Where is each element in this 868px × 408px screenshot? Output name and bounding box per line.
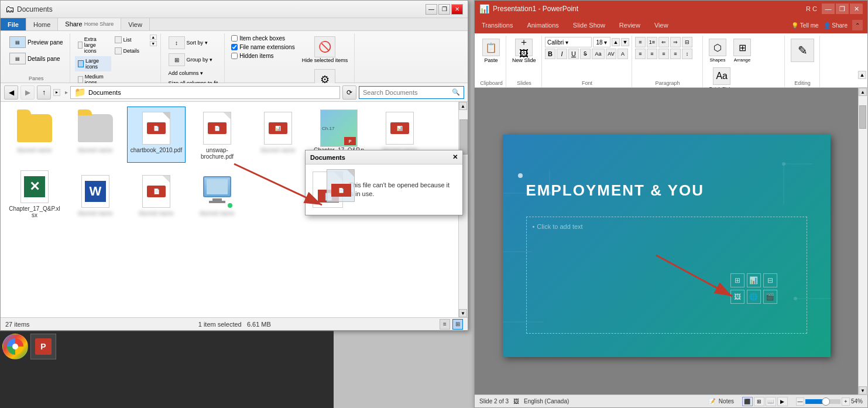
zoom-out-btn[interactable]: — [796, 397, 804, 406]
scrollbar-thumb[interactable] [459, 119, 468, 155]
italic-button[interactable]: I [557, 49, 567, 59]
ppt-tab-transitions[interactable]: Transitions [475, 17, 520, 33]
ppt-tab-view[interactable]: View [647, 17, 675, 33]
slide-title[interactable]: EMPLOYMENT & YOU [526, 181, 705, 200]
ppt-scroll-up[interactable]: ▲ [859, 88, 867, 96]
file-item-computer[interactable]: blurred name [188, 170, 246, 221]
file-item-chartbook[interactable]: 📄 chartbook_2010.pdf [127, 107, 186, 163]
line-spacing-button[interactable]: ↕ [682, 49, 692, 59]
recent-button[interactable]: ▸ [53, 89, 63, 96]
shapes-button[interactable]: ⬡ Shapes [706, 37, 729, 64]
large-view-btn[interactable]: ⊞ [452, 319, 463, 330]
layout-scroll-down[interactable]: ▼ [150, 41, 157, 46]
decrease-indent-button[interactable]: ⇐ [658, 37, 669, 47]
details-pane-button[interactable]: ▤ Details pane [6, 51, 66, 66]
slide-content-box[interactable]: • Click to add text ⊞ 📊 ⊟ 🖼 🌐 🎬 [526, 217, 807, 334]
item-check-boxes-input[interactable] [231, 35, 238, 42]
align-left-button[interactable]: ≡ [635, 49, 646, 59]
reading-view-btn[interactable]: 📖 [766, 397, 776, 406]
search-bar[interactable]: 🔍 [359, 86, 464, 99]
search-input[interactable] [363, 89, 450, 96]
collapse-ribbon-btn[interactable]: ⌃ [852, 20, 863, 30]
editing-menu-button[interactable]: ✎ [788, 37, 817, 65]
taskbar-pptx[interactable]: P [30, 334, 56, 359]
justify-button[interactable]: ≡ [670, 49, 681, 59]
file-item-docx[interactable]: W blurred name [66, 170, 125, 221]
arrange-button[interactable]: ⊞ Arrange [730, 37, 754, 64]
zoom-in-btn[interactable]: + [842, 397, 850, 406]
underline-button[interactable]: U [568, 49, 579, 59]
new-slide-button[interactable]: ＋🖼 New Slide [509, 37, 539, 65]
online-pic-icon-btn[interactable]: 🌐 [747, 290, 761, 304]
hidden-items-input[interactable] [231, 53, 238, 59]
strikethrough-button[interactable]: S̶ [580, 49, 591, 59]
ppt-tab-animations[interactable]: Animations [520, 17, 565, 33]
hidden-items-check[interactable]: Hidden items [229, 52, 297, 60]
paste-button[interactable]: 📋 Paste [479, 37, 503, 65]
scroll-down-btn[interactable]: ▼ [459, 309, 467, 317]
picture-icon-btn[interactable]: 🖼 [730, 290, 745, 304]
preview-pane-button[interactable]: ▤ Preview pane [6, 35, 66, 50]
up-button[interactable]: ↑ [37, 85, 51, 100]
zoom-handle[interactable] [822, 397, 830, 406]
file-item-folder2[interactable]: blurred name [66, 107, 125, 163]
ppt-tab-review[interactable]: Review [612, 17, 647, 33]
list-button[interactable]: List [112, 35, 148, 45]
ppt-slide[interactable]: EMPLOYMENT & YOU • Click to add text ⊞ 📊… [503, 135, 831, 357]
font-color-button[interactable]: A [617, 49, 628, 59]
tell-me-button[interactable]: 💡 Tell me [791, 22, 819, 29]
ppt-minimize-btn[interactable]: — [822, 4, 835, 14]
error-close-btn[interactable]: ✕ [452, 153, 458, 161]
hide-selected-button[interactable]: 🚫 Hide selected items [299, 35, 351, 65]
item-check-boxes-check[interactable]: Item check boxes [229, 35, 297, 42]
ppt-tab-slideshow[interactable]: Slide Show [566, 17, 612, 33]
ppt-scroll-down[interactable]: ▼ [859, 386, 867, 395]
group-by-button[interactable]: ⊞ Group by ▾ [166, 52, 216, 68]
slideshow-btn[interactable]: ▶ [777, 397, 788, 406]
smartart-icon-btn[interactable]: ⊟ [763, 273, 777, 287]
increase-indent-button[interactable]: ⇒ [670, 37, 681, 47]
minimize-button[interactable]: — [426, 4, 437, 15]
extra-large-icons-button[interactable]: Extra large icons [75, 35, 111, 56]
ppt-close-btn[interactable]: ✕ [850, 4, 863, 14]
bullets-button[interactable]: ≡ [635, 37, 646, 47]
forward-button[interactable]: ▶ [20, 85, 35, 100]
layout-scroll-up[interactable]: ▲ [150, 35, 157, 40]
font-size-down-btn[interactable]: ▼ [621, 38, 629, 46]
char-spacing-button[interactable]: AV [606, 49, 616, 59]
notes-label[interactable]: Notes [719, 398, 734, 404]
tab-file[interactable]: File [1, 18, 26, 30]
tab-view[interactable]: View [121, 18, 150, 30]
text-shadow-button[interactable]: Aa [592, 49, 605, 59]
chart-icon-btn[interactable]: 📊 [747, 273, 761, 287]
slide-sorter-btn[interactable]: ⊞ [754, 397, 764, 406]
ppt-scrollbar-thumb[interactable] [859, 105, 866, 129]
tab-share[interactable]: Share Home Share [58, 18, 121, 30]
tab-home[interactable]: Home [26, 18, 58, 30]
align-right-button[interactable]: ≡ [658, 49, 669, 59]
font-family-dropdown[interactable]: Calibri ▾ [545, 37, 592, 47]
align-center-button[interactable]: ≡ [647, 49, 657, 59]
ppt-restore-btn[interactable]: ❒ [836, 4, 849, 14]
file-item-unswap[interactable]: 📄 unswap-brochure.pdf [188, 107, 246, 163]
refresh-button[interactable]: ⟳ [342, 85, 356, 100]
ppt-vertical-scrollbar[interactable]: ▲ ▼ [858, 88, 867, 395]
file-name-extensions-input[interactable] [231, 44, 238, 50]
file-name-extensions-check[interactable]: File name extensions [229, 43, 297, 51]
file-item-pptx-red[interactable]: 📄 blurred name [127, 170, 186, 221]
columns-button[interactable]: ⊟ [682, 37, 692, 47]
bold-button[interactable]: B [545, 49, 555, 59]
close-button[interactable]: ✕ [451, 4, 463, 15]
video-icon-btn[interactable]: 🎬 [763, 290, 777, 304]
sort-by-button[interactable]: ↕ Sort by ▾ [166, 35, 211, 51]
normal-view-btn[interactable]: ⬛ [742, 397, 753, 406]
taskbar-chrome[interactable] [2, 334, 28, 359]
details-view-btn[interactable]: ≡ [440, 319, 450, 330]
file-item-chapter17-xlsx[interactable]: ✕ Chapter_17_Q&P.xlsx [5, 165, 64, 221]
file-item-folder1[interactable]: blurred name [5, 107, 64, 163]
address-bar[interactable]: 📁 Documents [70, 86, 340, 99]
restore-button[interactable]: ❒ [438, 4, 450, 15]
table-icon-btn[interactable]: ⊞ [730, 273, 745, 287]
scroll-up-btn[interactable]: ▲ [459, 102, 467, 110]
zoom-slider[interactable] [805, 399, 840, 404]
